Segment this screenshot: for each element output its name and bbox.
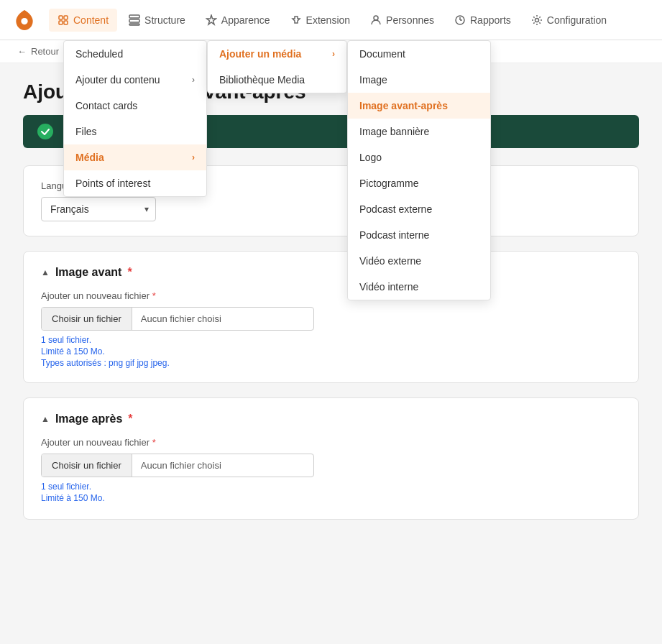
required-star-4: * bbox=[152, 437, 156, 448]
svg-rect-3 bbox=[59, 21, 63, 24]
hint-count-avant: 1 seul fichier. bbox=[41, 335, 621, 345]
image-apres-title: Image après bbox=[55, 413, 122, 426]
no-file-label-avant: Aucun fichier choisi bbox=[132, 308, 313, 330]
menu-l3-podcast-interne[interactable]: Podcast interne bbox=[348, 222, 490, 248]
top-navigation: Content Structure Apparence Extension Pe… bbox=[0, 0, 662, 40]
svg-point-0 bbox=[21, 17, 27, 24]
menu-l3-image[interactable]: Image bbox=[348, 67, 490, 93]
nav-personnes[interactable]: Personnes bbox=[362, 9, 443, 32]
language-select[interactable]: Français English bbox=[41, 197, 156, 221]
language-select-wrapper: Français English ▾ bbox=[41, 197, 156, 221]
app-logo bbox=[12, 7, 37, 33]
file-hints-apres: 1 seul fichier. Limité à 150 Mo. bbox=[41, 482, 621, 503]
svg-rect-5 bbox=[129, 15, 139, 18]
nav-rapports[interactable]: Rapports bbox=[446, 9, 520, 32]
required-star-3: * bbox=[128, 413, 132, 426]
chevron-right-icon-3: › bbox=[332, 49, 335, 59]
menu-level1: Scheduled Ajouter du contenu › Contact c… bbox=[63, 40, 207, 197]
svg-rect-1 bbox=[59, 16, 63, 19]
choose-file-button-avant[interactable]: Choisir un fichier bbox=[42, 308, 132, 330]
image-avant-title: Image avant bbox=[55, 266, 121, 279]
svg-rect-6 bbox=[129, 19, 139, 22]
file-label-avant: Ajouter un nouveau fichier * bbox=[41, 290, 621, 301]
menu-l3-podcast-externe[interactable]: Podcast externe bbox=[348, 196, 490, 222]
file-label-apres: Ajouter un nouveau fichier * bbox=[41, 437, 621, 448]
menu-l1-points-interest[interactable]: Points of interest bbox=[64, 170, 206, 196]
svg-rect-7 bbox=[129, 24, 139, 25]
image-apres-section: ▲ Image après * Ajouter un nouveau fichi… bbox=[23, 397, 639, 520]
chevron-right-icon: › bbox=[192, 75, 195, 85]
no-file-label-apres: Aucun fichier choisi bbox=[132, 454, 313, 477]
menu-l1-media[interactable]: Média › bbox=[64, 144, 206, 170]
menu-level2: Ajouter un média › Bibliothèque Media bbox=[207, 40, 347, 93]
svg-rect-4 bbox=[64, 21, 68, 24]
menu-l1-files[interactable]: Files bbox=[64, 119, 206, 144]
image-avant-header: ▲ Image avant * bbox=[41, 266, 621, 279]
menu-l3-image-banniere[interactable]: Image bannière bbox=[348, 119, 490, 144]
menu-level3: Document Image Image avant-après Image b… bbox=[347, 40, 491, 300]
image-avant-section: ▲ Image avant * Ajouter un nouveau fichi… bbox=[23, 251, 639, 383]
image-apres-header: ▲ Image après * bbox=[41, 413, 621, 426]
menu-l2-ajouter-media[interactable]: Ajouter un média › bbox=[208, 41, 346, 67]
success-icon bbox=[37, 124, 53, 139]
file-hints-avant: 1 seul fichier. Limité à 150 Mo. Types a… bbox=[41, 335, 621, 368]
hint-count-apres: 1 seul fichier. bbox=[41, 482, 621, 492]
hint-size-apres: Limité à 150 Mo. bbox=[41, 493, 621, 503]
menu-l3-logo[interactable]: Logo bbox=[348, 144, 490, 170]
menu-l1-scheduled[interactable]: Scheduled bbox=[64, 41, 206, 67]
file-input-apres: Choisir un fichier Aucun fichier choisi bbox=[41, 454, 314, 477]
nav-structure[interactable]: Structure bbox=[120, 9, 194, 32]
menu-l3-pictogramme[interactable]: Pictogramme bbox=[348, 170, 490, 196]
menu-l1-contact-cards[interactable]: Contact cards bbox=[64, 93, 206, 119]
menu-l3-image-avant-apres[interactable]: Image avant-après bbox=[348, 93, 490, 119]
menu-l3-video-interne[interactable]: Vidéo interne bbox=[348, 274, 490, 300]
menu-l1-ajouter-contenu[interactable]: Ajouter du contenu › bbox=[64, 67, 206, 93]
back-arrow: ← bbox=[17, 46, 27, 57]
svg-point-8 bbox=[374, 16, 378, 20]
svg-rect-2 bbox=[64, 16, 68, 19]
nav-apparence[interactable]: Apparence bbox=[197, 9, 279, 32]
menu-l2-bibliotheque[interactable]: Bibliothèque Media bbox=[208, 67, 346, 93]
required-star: * bbox=[127, 266, 132, 279]
menu-l3-document[interactable]: Document bbox=[348, 41, 490, 67]
choose-file-button-apres[interactable]: Choisir un fichier bbox=[42, 454, 132, 477]
nav-extension[interactable]: Extension bbox=[282, 9, 359, 32]
chevron-up-icon-2: ▲ bbox=[41, 414, 50, 424]
chevron-right-icon-2: › bbox=[192, 152, 195, 162]
chevron-up-icon: ▲ bbox=[41, 267, 50, 277]
nav-configuration[interactable]: Configuration bbox=[523, 9, 615, 32]
svg-point-10 bbox=[535, 18, 538, 22]
breadcrumb-back[interactable]: Retour bbox=[31, 46, 59, 57]
menu-l3-video-externe[interactable]: Vidéo externe bbox=[348, 248, 490, 274]
nav-content[interactable]: Content bbox=[49, 9, 117, 32]
file-input-avant: Choisir un fichier Aucun fichier choisi bbox=[41, 307, 314, 331]
hint-size-avant: Limité à 150 Mo. bbox=[41, 346, 621, 356]
required-star-2: * bbox=[152, 290, 156, 301]
hint-types-avant: Types autorisés : png gif jpg jpeg. bbox=[41, 358, 621, 368]
